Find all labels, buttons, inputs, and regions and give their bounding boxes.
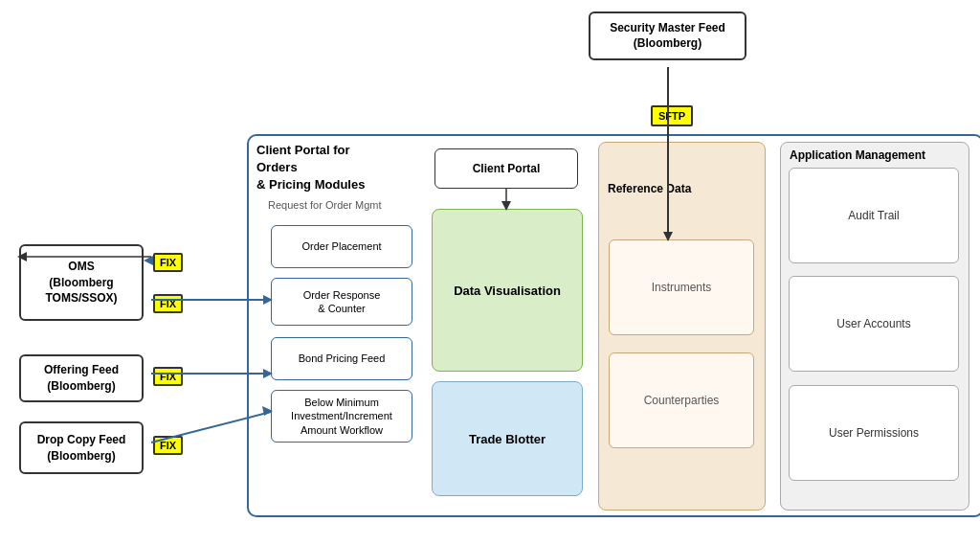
offering-feed-box: Offering Feed(Bloomberg) xyxy=(19,354,144,402)
bond-pricing-feed-box: Bond Pricing Feed xyxy=(271,337,412,380)
order-placement-box: Order Placement xyxy=(271,225,412,268)
security-master-label2: (Bloomberg) xyxy=(634,36,702,50)
security-master-box: Security Master Feed (Bloomberg) xyxy=(589,11,746,60)
below-minimum-label: Below MinimumInvestment/IncrementAmount … xyxy=(291,396,392,437)
reference-data-label: Reference Data xyxy=(608,182,691,195)
security-master-label: Security Master Feed xyxy=(610,21,725,34)
below-minimum-box: Below MinimumInvestment/IncrementAmount … xyxy=(271,390,412,443)
oms-box: OMS(BloombergTOMS/SSOX) xyxy=(19,244,144,321)
diagram-container: Security Master Feed (Bloomberg) SFTP Cl… xyxy=(0,0,980,545)
user-accounts-box: User Accounts xyxy=(789,276,959,372)
counterparties-box: Counterparties xyxy=(609,352,754,448)
offering-feed-label: Offering Feed(Bloomberg) xyxy=(44,362,119,395)
sftp-badge: SFTP xyxy=(651,105,693,126)
instruments-box: Instruments xyxy=(609,239,754,335)
drop-copy-label: Drop Copy Feed(Bloomberg) xyxy=(37,432,126,465)
order-response-label: Order Response& Counter xyxy=(303,288,381,316)
drop-copy-feed-box: Drop Copy Feed(Bloomberg) xyxy=(19,421,144,474)
app-mgmt-label: Application Management xyxy=(790,148,925,162)
order-response-box: Order Response& Counter xyxy=(271,278,412,326)
svg-marker-4 xyxy=(144,256,153,265)
request-order-mgmt-label: Request for Order Mgmt xyxy=(268,199,402,211)
fix-badge-2: FIX xyxy=(153,294,183,313)
user-permissions-box: User Permissions xyxy=(789,385,959,481)
client-portal-orders-label: Client Portal for Orders & Pricing Modul… xyxy=(256,142,390,194)
data-visualisation-box: Data Visualisation xyxy=(432,209,583,372)
client-portal-box: Client Portal xyxy=(434,148,578,189)
audit-trail-box: Audit Trail xyxy=(789,168,959,263)
trade-blotter-box: Trade Blotter xyxy=(432,381,583,496)
fix-badge-4: FIX xyxy=(153,436,183,455)
oms-label: OMS(BloombergTOMS/SSOX) xyxy=(45,259,117,307)
fix-badge-3: FIX xyxy=(153,367,183,386)
fix-badge-1: FIX xyxy=(153,253,183,272)
